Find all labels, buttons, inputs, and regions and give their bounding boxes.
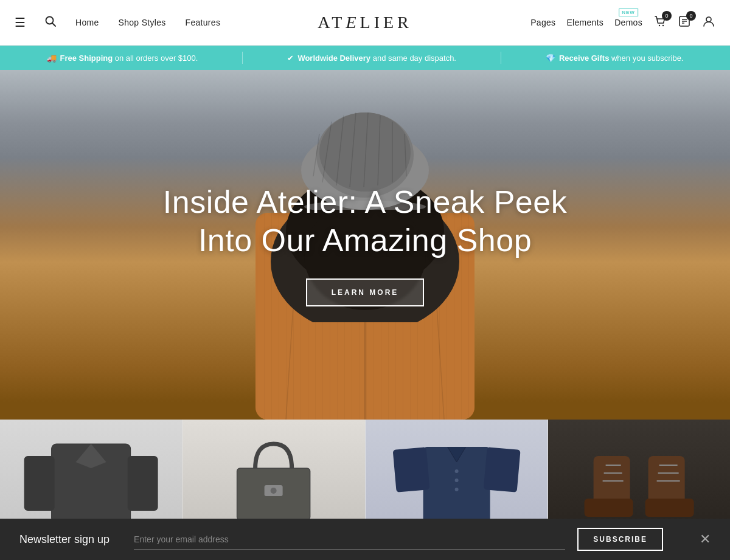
shipping-text: Free Shipping on all orders over $100. — [60, 54, 198, 63]
nav-left: ☰ Home Shop Styles Features — [15, 15, 530, 30]
search-icon[interactable] — [45, 16, 56, 30]
announcement-shipping: 🚚 Free Shipping on all orders over $100. — [47, 54, 198, 63]
svg-point-2 — [659, 24, 660, 26]
delivery-text: Worldwide Delivery and same day dispatch… — [297, 54, 456, 63]
nav-link-features[interactable]: Features — [186, 18, 221, 27]
svg-rect-34 — [128, 456, 158, 511]
announcement-gifts: 💎 Receive Gifts when you subscribe. — [546, 54, 684, 63]
svg-point-42 — [454, 469, 458, 473]
svg-point-43 — [454, 479, 458, 482]
shipping-icon: 🚚 — [47, 54, 57, 63]
site-logo[interactable]: ATELIER — [318, 13, 412, 32]
nav-link-shop-styles[interactable]: Shop Styles — [119, 18, 166, 27]
nav-right: Pages Elements NEW Demos 0 0 — [530, 15, 715, 31]
svg-line-1 — [52, 23, 55, 26]
announcement-divider-1 — [242, 52, 243, 64]
cart-icon[interactable]: 0 — [653, 15, 667, 31]
svg-rect-33 — [24, 456, 55, 511]
announcement-delivery: ✔ Worldwide Delivery and same day dispat… — [287, 54, 456, 63]
gifts-text: Receive Gifts when you subscribe. — [559, 54, 684, 63]
hamburger-icon[interactable]: ☰ — [15, 15, 26, 30]
svg-rect-48 — [645, 499, 693, 517]
hero-section: Inside Atelier: A Sneak Peek Into Our Am… — [0, 70, 730, 420]
hero-content: Inside Atelier: A Sneak Peek Into Our Am… — [163, 183, 567, 306]
cart-badge: 0 — [662, 11, 672, 21]
products-row — [0, 420, 730, 523]
announcement-bar: 🚚 Free Shipping on all orders over $100.… — [0, 46, 730, 70]
product-card-bag[interactable] — [182, 420, 365, 523]
user-icon[interactable] — [702, 15, 715, 31]
svg-point-8 — [706, 17, 711, 22]
svg-point-3 — [662, 24, 664, 26]
nav-links: Home Shop Styles Features — [75, 18, 220, 27]
nav-center: ATELIER — [318, 13, 412, 32]
nav-link-elements[interactable]: Elements — [566, 18, 603, 27]
wishlist-icon[interactable]: 0 — [678, 15, 691, 31]
svg-point-44 — [454, 488, 458, 491]
product-card-jacket[interactable] — [0, 420, 182, 523]
nav-link-home[interactable]: Home — [75, 18, 99, 27]
svg-rect-46 — [584, 499, 633, 517]
product-card-shirt[interactable] — [366, 420, 548, 523]
wishlist-badge: 0 — [686, 11, 696, 21]
svg-rect-40 — [392, 447, 429, 493]
demos-new-badge: NEW — [619, 9, 638, 16]
svg-point-38 — [271, 488, 277, 494]
navbar: ☰ Home Shop Styles Features ATELIER Page… — [0, 0, 730, 46]
gifts-icon: 💎 — [546, 54, 555, 63]
announcement-divider-2 — [501, 52, 501, 64]
newsletter-bar: Newsletter sign up SUBSCRIBE ✕ — [0, 519, 730, 523]
hero-cta-button[interactable]: LEARN MORE — [306, 278, 425, 306]
product-card-boots[interactable] — [548, 420, 730, 523]
nav-link-pages[interactable]: Pages — [530, 18, 555, 27]
delivery-icon: ✔ — [287, 54, 294, 63]
svg-point-11 — [319, 112, 411, 192]
svg-rect-41 — [483, 447, 520, 493]
nav-link-demos[interactable]: Demos — [614, 18, 642, 27]
hero-title: Inside Atelier: A Sneak Peek Into Our Am… — [163, 183, 567, 259]
nav-link-demos-wrapper: NEW Demos — [614, 17, 642, 28]
